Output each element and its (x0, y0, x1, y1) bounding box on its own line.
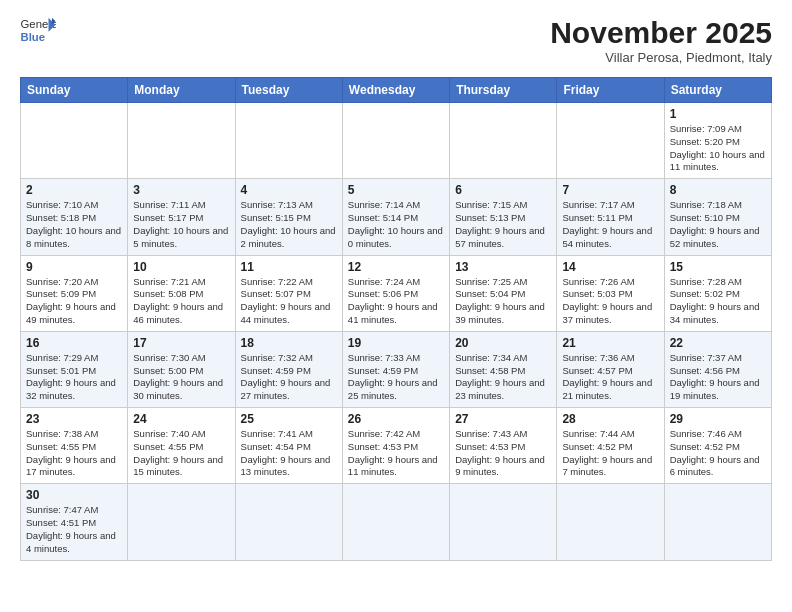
day-number: 5 (348, 183, 444, 197)
calendar-cell: 26Sunrise: 7:42 AM Sunset: 4:53 PM Dayli… (342, 408, 449, 484)
calendar-cell: 12Sunrise: 7:24 AM Sunset: 5:06 PM Dayli… (342, 255, 449, 331)
day-number: 14 (562, 260, 658, 274)
calendar-cell: 2Sunrise: 7:10 AM Sunset: 5:18 PM Daylig… (21, 179, 128, 255)
day-info: Sunrise: 7:15 AM Sunset: 5:13 PM Dayligh… (455, 199, 551, 250)
header: General Blue November 2025 Villar Perosa… (20, 16, 772, 65)
day-number: 12 (348, 260, 444, 274)
day-number: 26 (348, 412, 444, 426)
calendar-cell: 9Sunrise: 7:20 AM Sunset: 5:09 PM Daylig… (21, 255, 128, 331)
day-number: 25 (241, 412, 337, 426)
calendar-cell (557, 484, 664, 560)
day-info: Sunrise: 7:37 AM Sunset: 4:56 PM Dayligh… (670, 352, 766, 403)
calendar-cell: 6Sunrise: 7:15 AM Sunset: 5:13 PM Daylig… (450, 179, 557, 255)
month-title: November 2025 (550, 16, 772, 50)
day-number: 23 (26, 412, 122, 426)
day-number: 20 (455, 336, 551, 350)
day-number: 1 (670, 107, 766, 121)
day-info: Sunrise: 7:14 AM Sunset: 5:14 PM Dayligh… (348, 199, 444, 250)
calendar-cell: 14Sunrise: 7:26 AM Sunset: 5:03 PM Dayli… (557, 255, 664, 331)
calendar-cell: 27Sunrise: 7:43 AM Sunset: 4:53 PM Dayli… (450, 408, 557, 484)
calendar-day-header: Wednesday (342, 78, 449, 103)
calendar-cell: 1Sunrise: 7:09 AM Sunset: 5:20 PM Daylig… (664, 103, 771, 179)
calendar-cell: 21Sunrise: 7:36 AM Sunset: 4:57 PM Dayli… (557, 331, 664, 407)
calendar-cell: 30Sunrise: 7:47 AM Sunset: 4:51 PM Dayli… (21, 484, 128, 560)
day-number: 4 (241, 183, 337, 197)
day-number: 27 (455, 412, 551, 426)
day-info: Sunrise: 7:29 AM Sunset: 5:01 PM Dayligh… (26, 352, 122, 403)
calendar-week-row: 23Sunrise: 7:38 AM Sunset: 4:55 PM Dayli… (21, 408, 772, 484)
day-number: 9 (26, 260, 122, 274)
day-number: 15 (670, 260, 766, 274)
day-info: Sunrise: 7:26 AM Sunset: 5:03 PM Dayligh… (562, 276, 658, 327)
day-info: Sunrise: 7:10 AM Sunset: 5:18 PM Dayligh… (26, 199, 122, 250)
day-info: Sunrise: 7:18 AM Sunset: 5:10 PM Dayligh… (670, 199, 766, 250)
day-info: Sunrise: 7:33 AM Sunset: 4:59 PM Dayligh… (348, 352, 444, 403)
calendar-cell: 15Sunrise: 7:28 AM Sunset: 5:02 PM Dayli… (664, 255, 771, 331)
day-info: Sunrise: 7:41 AM Sunset: 4:54 PM Dayligh… (241, 428, 337, 479)
day-info: Sunrise: 7:11 AM Sunset: 5:17 PM Dayligh… (133, 199, 229, 250)
calendar-cell: 11Sunrise: 7:22 AM Sunset: 5:07 PM Dayli… (235, 255, 342, 331)
calendar-cell: 5Sunrise: 7:14 AM Sunset: 5:14 PM Daylig… (342, 179, 449, 255)
day-number: 22 (670, 336, 766, 350)
calendar-cell: 23Sunrise: 7:38 AM Sunset: 4:55 PM Dayli… (21, 408, 128, 484)
day-number: 21 (562, 336, 658, 350)
calendar-cell (128, 103, 235, 179)
day-info: Sunrise: 7:25 AM Sunset: 5:04 PM Dayligh… (455, 276, 551, 327)
calendar-cell: 8Sunrise: 7:18 AM Sunset: 5:10 PM Daylig… (664, 179, 771, 255)
calendar-cell (557, 103, 664, 179)
calendar-cell (342, 103, 449, 179)
calendar-cell: 29Sunrise: 7:46 AM Sunset: 4:52 PM Dayli… (664, 408, 771, 484)
day-number: 28 (562, 412, 658, 426)
day-number: 19 (348, 336, 444, 350)
day-info: Sunrise: 7:21 AM Sunset: 5:08 PM Dayligh… (133, 276, 229, 327)
day-info: Sunrise: 7:40 AM Sunset: 4:55 PM Dayligh… (133, 428, 229, 479)
day-number: 30 (26, 488, 122, 502)
day-number: 7 (562, 183, 658, 197)
day-info: Sunrise: 7:28 AM Sunset: 5:02 PM Dayligh… (670, 276, 766, 327)
calendar-week-row: 9Sunrise: 7:20 AM Sunset: 5:09 PM Daylig… (21, 255, 772, 331)
day-number: 2 (26, 183, 122, 197)
day-info: Sunrise: 7:46 AM Sunset: 4:52 PM Dayligh… (670, 428, 766, 479)
calendar-day-header: Thursday (450, 78, 557, 103)
day-info: Sunrise: 7:38 AM Sunset: 4:55 PM Dayligh… (26, 428, 122, 479)
calendar-week-row: 30Sunrise: 7:47 AM Sunset: 4:51 PM Dayli… (21, 484, 772, 560)
calendar-day-header: Tuesday (235, 78, 342, 103)
calendar-cell: 24Sunrise: 7:40 AM Sunset: 4:55 PM Dayli… (128, 408, 235, 484)
calendar-cell (235, 103, 342, 179)
day-info: Sunrise: 7:44 AM Sunset: 4:52 PM Dayligh… (562, 428, 658, 479)
calendar-cell: 10Sunrise: 7:21 AM Sunset: 5:08 PM Dayli… (128, 255, 235, 331)
calendar-cell: 3Sunrise: 7:11 AM Sunset: 5:17 PM Daylig… (128, 179, 235, 255)
calendar-cell: 4Sunrise: 7:13 AM Sunset: 5:15 PM Daylig… (235, 179, 342, 255)
calendar-cell (235, 484, 342, 560)
day-info: Sunrise: 7:22 AM Sunset: 5:07 PM Dayligh… (241, 276, 337, 327)
svg-text:Blue: Blue (21, 31, 46, 43)
day-info: Sunrise: 7:42 AM Sunset: 4:53 PM Dayligh… (348, 428, 444, 479)
calendar-cell: 16Sunrise: 7:29 AM Sunset: 5:01 PM Dayli… (21, 331, 128, 407)
day-info: Sunrise: 7:34 AM Sunset: 4:58 PM Dayligh… (455, 352, 551, 403)
day-number: 24 (133, 412, 229, 426)
location: Villar Perosa, Piedmont, Italy (550, 50, 772, 65)
calendar-cell (450, 484, 557, 560)
day-number: 11 (241, 260, 337, 274)
calendar-day-header: Saturday (664, 78, 771, 103)
calendar-cell (664, 484, 771, 560)
calendar-table: SundayMondayTuesdayWednesdayThursdayFrid… (20, 77, 772, 561)
day-info: Sunrise: 7:17 AM Sunset: 5:11 PM Dayligh… (562, 199, 658, 250)
generalblue-logo-icon: General Blue (20, 16, 56, 44)
calendar-day-header: Monday (128, 78, 235, 103)
calendar-cell: 17Sunrise: 7:30 AM Sunset: 5:00 PM Dayli… (128, 331, 235, 407)
day-info: Sunrise: 7:24 AM Sunset: 5:06 PM Dayligh… (348, 276, 444, 327)
logo: General Blue (20, 16, 56, 44)
calendar-cell: 7Sunrise: 7:17 AM Sunset: 5:11 PM Daylig… (557, 179, 664, 255)
day-info: Sunrise: 7:43 AM Sunset: 4:53 PM Dayligh… (455, 428, 551, 479)
day-number: 18 (241, 336, 337, 350)
calendar-cell (21, 103, 128, 179)
day-number: 16 (26, 336, 122, 350)
day-number: 3 (133, 183, 229, 197)
day-number: 17 (133, 336, 229, 350)
calendar-day-header: Friday (557, 78, 664, 103)
page: General Blue November 2025 Villar Perosa… (0, 0, 792, 571)
day-info: Sunrise: 7:20 AM Sunset: 5:09 PM Dayligh… (26, 276, 122, 327)
calendar-week-row: 16Sunrise: 7:29 AM Sunset: 5:01 PM Dayli… (21, 331, 772, 407)
calendar-cell: 13Sunrise: 7:25 AM Sunset: 5:04 PM Dayli… (450, 255, 557, 331)
